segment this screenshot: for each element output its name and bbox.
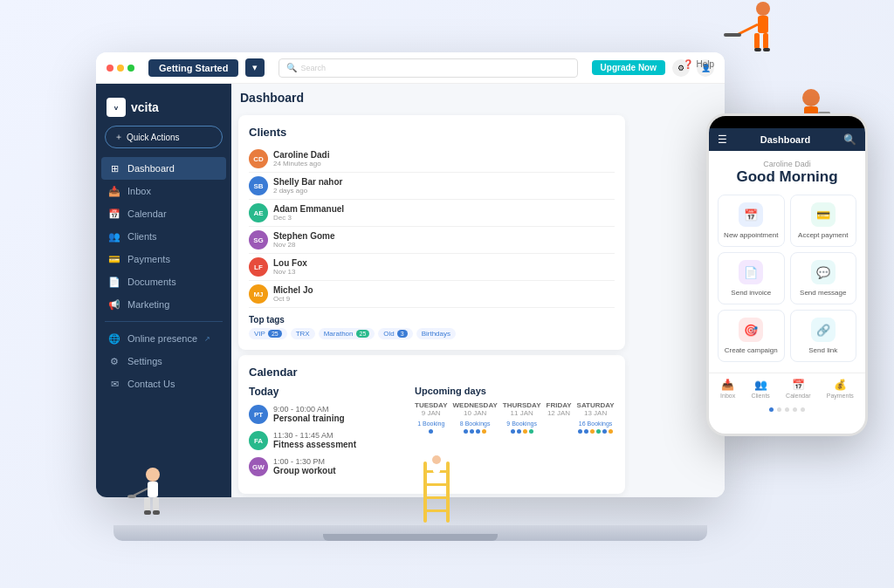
client-time-1: 2 days ago [273, 187, 342, 195]
tag-trx[interactable]: TRX [291, 328, 315, 339]
sidebar-item-payments[interactable]: 💳 Payments [96, 248, 231, 270]
client-info-4: Lou Fox Nov 13 [273, 258, 307, 276]
svg-rect-5 [724, 33, 741, 37]
tag-birthdays[interactable]: Birthdays [416, 328, 456, 339]
sidebar-item-inbox[interactable]: 📥 Inbox [96, 180, 231, 202]
nav-arrow[interactable]: ▾ [245, 58, 265, 77]
calendar-title: Calendar [249, 366, 615, 379]
client-item-2[interactable]: AE Adam Emmanuel Dec 3 [249, 200, 615, 227]
client-info-3: Stephen Gome Nov 28 [273, 231, 335, 249]
mobile-action-accept-payment[interactable]: 💳 Accept payment [790, 195, 857, 247]
apt-time-1: 9:00 - 10:00 AM [273, 405, 345, 414]
svg-point-0 [756, 2, 770, 16]
svg-line-21 [134, 489, 148, 496]
sidebar-logo: v vcita [96, 92, 231, 126]
svg-point-31 [432, 455, 441, 464]
mobile-content: Caroline Dadi Good Morning 📅 New appoint… [709, 151, 865, 373]
client-avatar-2: AE [249, 203, 268, 222]
sidebar: v vcita ＋ Quick Actions ⊞ Dashboard 📥 In… [96, 84, 231, 497]
search-bar[interactable]: 🔍 Search [279, 58, 577, 78]
client-item-5[interactable]: MJ Michel Jo Oct 9 [249, 281, 615, 308]
client-info-1: Shelly Bar nahor 2 days ago [273, 177, 342, 195]
sidebar-item-contact-us[interactable]: ✉ Contact Us [96, 373, 231, 395]
day-name-fri: FRIDAY [547, 401, 572, 409]
sidebar-item-calendar[interactable]: 📅 Calendar [96, 202, 231, 225]
dot [429, 429, 433, 434]
client-item-3[interactable]: SG Stephen Gome Nov 28 [249, 227, 615, 254]
mobile-action-send-invoice[interactable]: 📄 Send invoice [718, 252, 785, 304]
mobile-nav-calendar[interactable]: 📅 Calendar [786, 379, 810, 399]
nav-calendar-label: Calendar [786, 393, 810, 399]
dot-3 [785, 407, 789, 412]
mobile-menu-icon[interactable]: ☰ [718, 133, 727, 146]
laptop-screen: Getting Started ▾ 🔍 Search Upgrade Now ⚙… [96, 52, 725, 497]
nav-clients-icon: 👥 [754, 379, 767, 391]
sidebar-item-dashboard[interactable]: ⊞ Dashboard [101, 157, 226, 180]
client-time-3: Nov 28 [273, 241, 335, 249]
day-dots-tue [415, 429, 448, 434]
appointment-2: FA 11:30 - 11:45 AM Fitness assessment [249, 431, 406, 450]
dot [470, 429, 474, 434]
day-name-thu: THURSDAY [503, 401, 541, 409]
mobile-dots [709, 404, 865, 415]
mobile-action-new-appointment[interactable]: 📅 New appointment [718, 195, 785, 247]
tag-marathon[interactable]: Marathon 25 [319, 328, 375, 339]
content-area: Dashboard ❓ Help Calendar Today [231, 84, 725, 497]
mobile-nav-payments[interactable]: 💰 Payments [827, 379, 854, 399]
ladder-figure [419, 453, 454, 523]
apt-time-3: 1:00 - 1:30 PM [273, 457, 336, 466]
tag-count-marathon: 25 [356, 330, 370, 338]
page-title: Dashboard [238, 91, 306, 105]
days-grid: TUESDAY 9 JAN 1 Booking WEDNESDAY [415, 401, 615, 434]
client-item-0[interactable]: CD Caroline Dadi 24 Minutes ago [249, 146, 615, 173]
sidebar-item-settings[interactable]: ⚙ Settings [96, 350, 231, 373]
sidebar-label-inbox: Inbox [127, 186, 151, 196]
apt-details-3: 1:00 - 1:30 PM Group workout [273, 457, 336, 475]
client-avatar-0: CD [249, 149, 268, 168]
sidebar-item-marketing[interactable]: 📢 Marketing [96, 293, 231, 316]
tag-count-old: 3 [397, 330, 408, 338]
upgrade-btn[interactable]: Upgrade Now [592, 60, 665, 75]
dashboard-icon: ⊞ [108, 162, 120, 174]
svg-rect-28 [423, 483, 450, 486]
dot [523, 429, 527, 434]
send-link-label: Send link [808, 346, 837, 354]
day-dots-thu [503, 429, 541, 434]
getting-started-btn[interactable]: Getting Started [148, 59, 238, 77]
today-section: Today PT 9:00 - 10:00 AM Personal traini… [249, 386, 406, 483]
client-item-1[interactable]: SB Shelly Bar nahor 2 days ago [249, 173, 615, 200]
svg-rect-2 [754, 33, 760, 49]
dot [609, 429, 613, 434]
payments-icon: 💳 [108, 253, 120, 265]
mobile-nav-inbox[interactable]: 📥 Inbox [720, 379, 735, 399]
client-avatar-3: SG [249, 230, 268, 250]
send-link-icon: 🔗 [811, 318, 836, 342]
nav-clients-label: Clients [751, 393, 769, 399]
sidebar-item-online-presence[interactable]: 🌐 Online presence ↗ [96, 327, 231, 350]
calendar-icon: 📅 [108, 208, 120, 220]
dot [590, 429, 595, 434]
sidebar-label-contact-us: Contact Us [127, 379, 175, 389]
mobile-action-send-message[interactable]: 💬 Send message [790, 252, 857, 304]
day-wednesday: WEDNESDAY 10 JAN 8 Bookings [453, 401, 498, 434]
client-name-3: Stephen Gome [273, 231, 335, 241]
quick-actions-btn[interactable]: ＋ Quick Actions [105, 126, 223, 148]
content-grid: Calendar Today PT 9:00 - 10:00 AM Person… [238, 115, 718, 494]
dot [602, 429, 607, 434]
day-booking-tue: 1 Booking [415, 420, 448, 427]
mobile-action-send-link[interactable]: 🔗 Send link [790, 310, 857, 362]
client-time-0: 24 Minutes ago [273, 160, 329, 168]
dot [584, 429, 588, 434]
mobile-search-icon[interactable]: 🔍 [843, 133, 856, 146]
tag-old[interactable]: Old 3 [378, 328, 412, 339]
client-item-4[interactable]: LF Lou Fox Nov 13 [249, 254, 615, 281]
laptop-base [113, 525, 707, 541]
mobile-nav-clients[interactable]: 👥 Clients [751, 379, 769, 399]
tag-vip[interactable]: VIP 25 [249, 328, 287, 339]
tags-grid: VIP 25 TRX Marathon 25 Old 3 Birthdays [249, 328, 615, 339]
sidebar-item-documents[interactable]: 📄 Documents [96, 270, 231, 293]
client-time-4: Nov 13 [273, 268, 307, 276]
appointment-3: GW 1:00 - 1:30 PM Group workout [249, 457, 406, 476]
mobile-action-create-campaign[interactable]: 🎯 Create campaign [718, 310, 785, 362]
sidebar-item-clients[interactable]: 👥 Clients [96, 225, 231, 248]
